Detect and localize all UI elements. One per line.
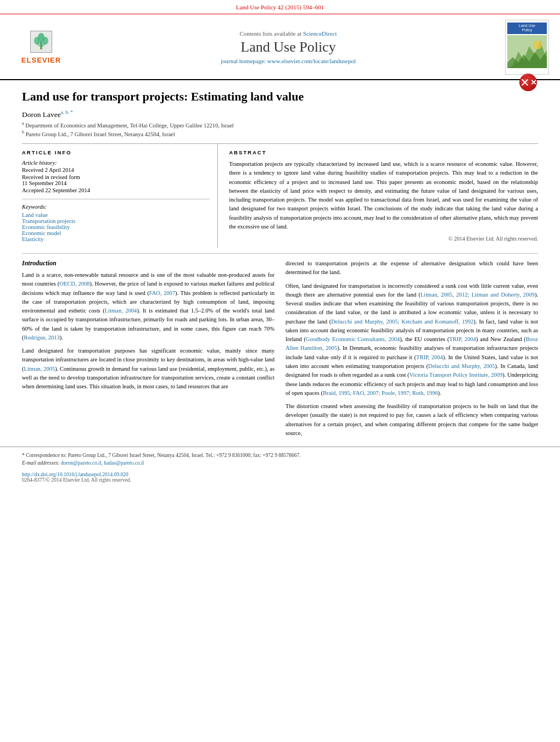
abstract-header: ABSTRACT: [229, 149, 538, 155]
ref-braid[interactable]: Braid, 1995; FAO, 2007; Poole, 1997; Rot…: [323, 390, 438, 396]
ref-delucchi2[interactable]: Delucchi and Murphy, 2005: [428, 363, 495, 369]
article-title: Land use for transport projects: Estimat…: [22, 89, 518, 105]
journal-reference-link[interactable]: Land Use Policy 42 (2015) 594–601: [236, 4, 324, 10]
article-info-header: ARTICLE INFO: [22, 149, 210, 155]
keyword-land-value[interactable]: Land value: [22, 212, 210, 218]
elsevier-tree-icon: [30, 31, 52, 53]
section-divider: [22, 253, 538, 254]
ref-litman2005-2012[interactable]: Litman, 2005, 2012; Litman and Doherty, …: [421, 292, 535, 298]
journal-thumbnail: Land UsePolicy: [505, 20, 549, 75]
homepage-label: journal homepage:: [221, 58, 266, 64]
intro-para-right: directed to transportation projects at t…: [285, 259, 538, 438]
received-date: Received 2 April 2014: [22, 167, 210, 173]
ref-rodrigue[interactable]: Rodrigue, 2013: [24, 334, 60, 341]
email-label: E-mail addresses:: [22, 460, 60, 466]
crossmark-badge[interactable]: ✕: [518, 72, 538, 92]
keyword-elasticity[interactable]: Elasticity: [22, 236, 210, 242]
body-content: Introduction Land is a scarce, non-renew…: [0, 259, 560, 442]
left-column: Introduction Land is a scarce, non-renew…: [22, 259, 275, 442]
journal-title-block: Contents lists available at ScienceDirec…: [71, 30, 505, 64]
footnote-section: * Correspondence to: Pareto Group Ltd., …: [0, 447, 560, 470]
issn-text: 0264-8377/© 2014 Elsevier Ltd. All right…: [22, 477, 538, 483]
journal-title: Land Use Policy: [71, 39, 505, 55]
elsevier-logo: ELSEVIER: [11, 31, 71, 64]
article-section: Land use for transport projects: Estimat…: [0, 80, 560, 143]
homepage-url[interactable]: www.elsevier.com/locate/landusepol: [267, 58, 356, 64]
keyword-transport[interactable]: Transportation projects: [22, 218, 210, 224]
ref-fao[interactable]: FAO, 2007: [149, 290, 175, 296]
affiliation-b: b Pareto Group Ltd., 7 Giborei Israel St…: [22, 130, 538, 137]
keywords-label: Keywords:: [22, 204, 210, 210]
ref-trip2004-2[interactable]: TRIP, 2004: [416, 354, 443, 360]
author-name: Doron Laveea, b, *: [22, 109, 538, 119]
abstract-panel: ABSTRACT Transportation projects are typ…: [218, 144, 538, 248]
ref-oecd[interactable]: OECD, 2008: [59, 281, 89, 287]
revised-date: 11 September 2014: [22, 180, 210, 186]
ref-victoria[interactable]: Victoria Transport Policy Institute, 200…: [410, 372, 503, 378]
affiliation-a: a Department of Economics and Management…: [22, 121, 538, 129]
right-column: directed to transportation projects at t…: [285, 259, 538, 442]
journal-homepage-text: journal homepage: www.elsevier.com/locat…: [71, 58, 505, 64]
svg-point-4: [37, 41, 46, 47]
email-footnote: E-mail addresses: doron@pareto.co.il, ha…: [22, 459, 538, 467]
intro-para-1: Land is a scarce, non-renewable natural …: [22, 271, 275, 391]
journal-thumb-image: [507, 35, 547, 68]
journal-header: ELSEVIER Contents lists available at Sci…: [0, 14, 560, 80]
abstract-text: Transportation projects are typically ch…: [229, 160, 538, 231]
email-link[interactable]: doron@pareto.co.il, hadas@pareto.co.il: [61, 460, 144, 466]
revised-label: Received in revised form: [22, 174, 210, 180]
article-info-panel: ARTICLE INFO Article history: Received 2…: [22, 144, 218, 248]
sciencedirect-link[interactable]: ScienceDirect: [303, 30, 337, 37]
crossmark-icon: ✕: [519, 74, 537, 91]
ref-litman2004[interactable]: Litman, 2004: [105, 308, 137, 314]
info-abstract-row: ARTICLE INFO Article history: Received 2…: [22, 143, 538, 248]
journal-thumb-title: Land UsePolicy: [507, 23, 547, 34]
ref-goodbody[interactable]: Goodbody Economic Consultants, 2004: [306, 336, 400, 342]
doi-section: http://dx.doi.org/10.1016/j.landusepol.2…: [0, 470, 560, 485]
doi-link[interactable]: http://dx.doi.org/10.1016/j.landusepol.2…: [22, 472, 538, 477]
history-label: Article history:: [22, 160, 210, 166]
svg-point-8: [533, 41, 542, 49]
keyword-economic-model[interactable]: Economic model: [22, 230, 210, 236]
introduction-header: Introduction: [22, 259, 275, 267]
ref-trip2004[interactable]: TRIP, 2004: [449, 336, 476, 342]
keyword-economic-feasibility[interactable]: Economic feasibility: [22, 224, 210, 230]
journal-reference-bar: Land Use Policy 42 (2015) 594–601: [0, 0, 560, 14]
ref-delucchi[interactable]: Delucchi and Murphy, 2005; Ketcham and K…: [331, 319, 473, 325]
elsevier-wordmark: ELSEVIER: [21, 56, 61, 64]
copyright-line: © 2014 Elsevier Ltd. All rights reserved…: [229, 236, 538, 242]
keywords-section: Keywords: Land value Transportation proj…: [22, 204, 210, 242]
accepted-date: Accepted 22 September 2014: [22, 187, 210, 193]
contents-list-text: Contents lists available at ScienceDirec…: [71, 30, 505, 37]
ref-litman2005[interactable]: Litman, 2005: [24, 366, 55, 372]
article-history: Article history: Received 2 April 2014 R…: [22, 160, 210, 193]
correspondence-footnote: * Correspondence to: Pareto Group Ltd., …: [22, 451, 538, 459]
